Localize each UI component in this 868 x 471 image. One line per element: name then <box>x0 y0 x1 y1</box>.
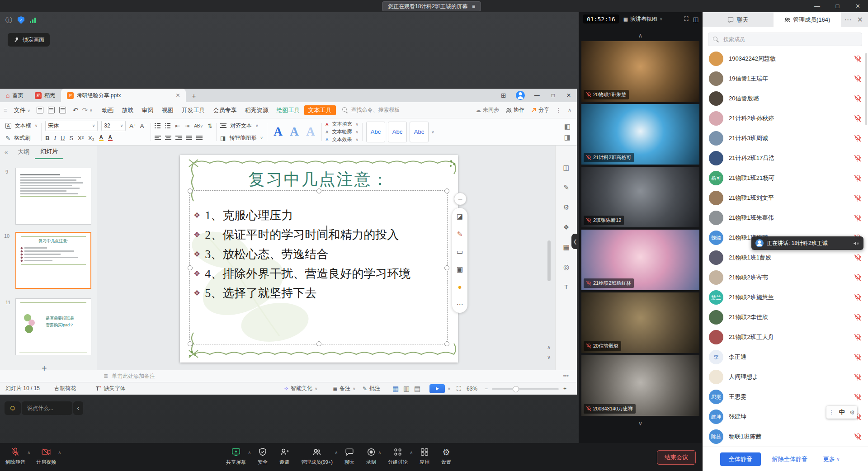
slide-canvas[interactable]: 复习中几点注意： <box>97 146 555 370</box>
video-options-icon[interactable]: ∧ <box>58 450 61 455</box>
pane-top-icon[interactable]: ◧ <box>564 122 571 131</box>
ime-settings-icon[interactable]: ⚙ <box>849 409 855 416</box>
subscript-icon[interactable]: X₂ <box>88 135 94 141</box>
member-row[interactable]: 19信管1王瑞年 <box>703 69 868 89</box>
member-muted-mic-icon[interactable] <box>854 55 861 63</box>
text-effect-button[interactable]: A文本效果∨ <box>326 136 359 143</box>
font-color-icon[interactable]: A <box>108 135 113 141</box>
breakout-options-icon[interactable]: ∧ <box>410 450 413 455</box>
member-row[interactable]: 人间理想よ <box>703 367 868 387</box>
participant-video-tile[interactable]: 21计科2班高格可 <box>581 104 699 165</box>
wps-close-button[interactable]: ✕ <box>561 89 577 102</box>
slide-11-thumbnail[interactable]: 是否需要报班是 否要购买ipad？ <box>15 298 91 355</box>
slide-bullet-item[interactable]: ❖ 1、克服心理压力 <box>193 209 410 221</box>
font-size-select[interactable]: 32∨ <box>101 121 126 131</box>
align-center-icon[interactable] <box>165 136 171 140</box>
ribbon-tab[interactable]: 放映 <box>118 106 138 114</box>
ribbon-tab[interactable]: 视图 <box>158 106 178 114</box>
ime-language-indicator[interactable]: 中 <box>839 408 845 416</box>
wordart-style-1[interactable]: A <box>271 122 285 141</box>
member-muted-mic-icon[interactable] <box>854 373 861 381</box>
member-muted-mic-icon[interactable] <box>854 353 861 361</box>
member-row[interactable]: 陈茜 物联1班陈茜 <box>703 427 868 447</box>
end-meeting-button[interactable]: 结束会议 <box>657 450 696 465</box>
slide-bullet-list[interactable]: ❖ 1、克服心理压力 ❖ 2、保证平时的学习时间和精力的投入 <box>193 209 410 306</box>
align-text-button[interactable]: 对齐文本∨ <box>220 121 263 131</box>
ribbon-tab[interactable]: 会员专享 <box>209 106 241 114</box>
to-smartart-button[interactable]: ◨转智能图形∨ <box>220 133 263 143</box>
participant-video-tile[interactable]: 20物联1班朱慧 <box>581 41 699 102</box>
slide-10-thumbnail[interactable]: 复习中几点注意: <box>15 232 91 289</box>
missing-font-warning[interactable]: T?缺失字体 <box>96 382 125 395</box>
layout-switch-icon[interactable]: ◫ <box>693 16 698 23</box>
animation-pane-icon[interactable]: ✎ <box>563 184 569 192</box>
superscript-icon[interactable]: X² <box>78 135 84 141</box>
tab-document[interactable]: P 考研经验分享.pptx ✕ <box>61 89 186 102</box>
security-button[interactable]: 安全 <box>258 447 268 466</box>
format-painter-button[interactable]: ✎格式刷 <box>5 133 38 143</box>
members-options-icon[interactable]: ∧ <box>335 450 338 455</box>
ime-drag-handle-icon[interactable]: ⋮ <box>829 409 834 415</box>
slide-bullet-item[interactable]: ❖ 3、放松心态、劳逸结合 <box>193 248 410 260</box>
theme-name[interactable]: 古瓶荷花 <box>54 382 76 395</box>
command-search[interactable]: 查找命令、搜索模板 <box>342 106 400 114</box>
view-mode-dropdown[interactable]: ▦演讲者视图∨ <box>623 15 663 23</box>
collaborate-button[interactable]: 协作 <box>505 106 524 114</box>
tab-home[interactable]: ⌂ 首页 <box>0 89 29 102</box>
notes-bar[interactable]: ≣ 单击此处添加备注 ••• <box>97 370 577 382</box>
format-pane-icon[interactable]: ◫ <box>563 164 569 172</box>
member-row[interactable]: 21物联2李佳欣 <box>703 307 868 327</box>
smart-beautify-button[interactable]: ✧智能美化∨ <box>284 382 318 395</box>
more-menu-icon[interactable]: ⋮ <box>556 107 561 113</box>
tab-outline[interactable]: 大纲 <box>12 148 35 156</box>
selection-handle[interactable] <box>444 265 449 270</box>
record-options-icon[interactable]: ∧ <box>378 450 381 455</box>
shape-pane-icon[interactable]: ❖ <box>563 223 569 231</box>
account-avatar[interactable] <box>516 91 525 100</box>
zoom-slider-knob[interactable] <box>513 386 519 392</box>
distribute-icon[interactable] <box>196 136 203 140</box>
tab-slides[interactable]: 幻灯片 <box>35 145 63 159</box>
file-menu[interactable]: 文件 ∨ <box>10 106 34 114</box>
line-spacing-icon[interactable]: ⇅ <box>208 122 212 129</box>
share-options-icon[interactable]: ∧ <box>248 450 251 455</box>
selection-handle[interactable] <box>188 265 193 270</box>
emoji-button[interactable]: ☺ <box>5 401 21 415</box>
share-button[interactable]: 分享 <box>531 106 549 114</box>
notes-more-icon[interactable]: ••• <box>563 373 569 379</box>
manage-members-button[interactable]: ∧ 管理成员(99+) <box>301 447 333 466</box>
text-pane-icon[interactable]: T <box>564 283 568 291</box>
bullet-list-icon[interactable] <box>155 123 160 129</box>
previous-slide-button[interactable]: ∧ <box>547 344 551 350</box>
member-row[interactable]: 190342242周慧敏 <box>703 49 868 69</box>
member-list-scrollbar[interactable] <box>865 53 867 125</box>
comments-button[interactable]: ✎批注 <box>363 382 380 395</box>
wordart-style-3[interactable]: A <box>303 122 318 141</box>
member-muted-mic-icon[interactable] <box>854 433 861 441</box>
notes-toggle-button[interactable]: ≣备注∨ <box>333 382 356 395</box>
member-row[interactable]: 21物联1班刘文平 <box>703 188 868 208</box>
member-muted-mic-icon[interactable] <box>854 393 861 401</box>
selection-handle[interactable] <box>188 341 193 346</box>
selection-handle[interactable] <box>444 341 449 346</box>
align-right-icon[interactable] <box>175 136 182 140</box>
selection-handle[interactable] <box>188 188 193 193</box>
member-row[interactable]: 慧兰 21物联2班施慧兰 <box>703 287 868 307</box>
invite-button[interactable]: 邀请 <box>279 447 289 466</box>
selection-handle[interactable] <box>444 188 449 193</box>
hamburger-menu-icon[interactable]: ≡ <box>4 107 7 113</box>
member-muted-mic-icon[interactable] <box>854 254 861 262</box>
sorter-view-icon[interactable]: ▥ <box>403 382 410 395</box>
fit-window-icon[interactable]: ⛶ <box>457 382 461 395</box>
unmute-button[interactable]: ∧ 解除静音 <box>5 447 25 466</box>
member-search-input[interactable] <box>722 36 842 43</box>
italic-icon[interactable]: I <box>54 134 56 141</box>
pin-screen-button[interactable]: 锁定画面 <box>8 33 50 47</box>
normal-view-icon[interactable]: ▦ <box>392 382 399 395</box>
minimize-button[interactable]: — <box>807 0 827 12</box>
increase-font-icon[interactable]: A⁺ <box>129 122 137 129</box>
member-row[interactable]: 21计科2班17吕浩 <box>703 148 868 168</box>
more-button[interactable]: 更多∨ <box>818 452 845 466</box>
member-row[interactable]: 21物联1班1曹姣 <box>703 248 868 268</box>
zoom-slider-track[interactable] <box>492 388 559 390</box>
